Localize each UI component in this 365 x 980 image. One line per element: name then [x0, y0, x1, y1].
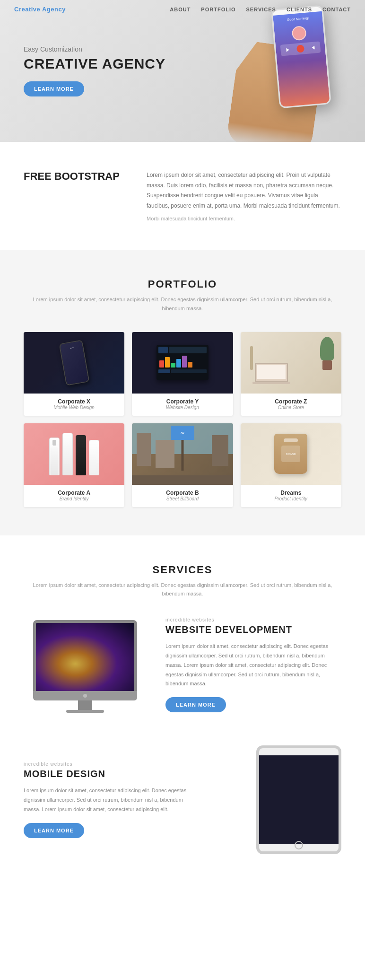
portfolio-info-5: Corporate B Street Billboard: [132, 485, 233, 507]
portfolio-type-1: Mobile Web Design: [29, 405, 119, 410]
imac-device: [28, 620, 142, 710]
portfolio-header: PORTFOLIO Lorem ipsum dolor sit amet, co…: [24, 278, 341, 313]
portfolio-type-2: Website Design: [138, 405, 227, 410]
hero-section: Easy Customization CREATIVE AGENCY LEARN…: [0, 0, 365, 142]
portfolio-item-2[interactable]: Corporate Y Website Design: [132, 332, 233, 416]
service-img-container-2: [218, 745, 341, 854]
portfolio-title: PORTFOLIO: [24, 278, 341, 290]
service-label-2: incredible websites: [24, 761, 200, 767]
corp-x-phone-icon: ☁ ❄: [59, 340, 89, 385]
portfolio-info-1: Corporate X Mobile Web Design: [24, 394, 124, 416]
portfolio-img-6: BRAND: [241, 423, 341, 485]
phone-avatar: [291, 26, 307, 41]
portfolio-name-4: Corporate A: [29, 490, 119, 496]
nav-services[interactable]: SERVICES: [246, 7, 276, 12]
service-content-1: incredible websites WEBSITE DEVELOPMENT …: [165, 617, 341, 712]
imac-chin: [33, 691, 137, 700]
portfolio-img-3: [241, 332, 341, 394]
corp-a-bottles-icon: [44, 428, 104, 480]
portfolio-type-6: Product Identity: [246, 496, 336, 501]
service-cta-button-2[interactable]: LEARN MORE: [24, 823, 84, 838]
portfolio-type-3: Online Store: [246, 405, 336, 410]
portfolio-name-6: Dreams: [246, 490, 336, 496]
portfolio-name-3: Corporate Z: [246, 398, 336, 405]
portfolio-img-2: [132, 332, 233, 394]
services-title: SERVICES: [24, 564, 341, 576]
portfolio-grid: ☁ ❄ Corporate X Mobile Web Design: [24, 332, 341, 507]
next-icon: [311, 45, 315, 50]
hero-content: Easy Customization CREATIVE AGENCY LEARN…: [0, 45, 165, 96]
bootstrap-text: Lorem ipsum dolor sit amet, consectetur …: [147, 170, 341, 211]
portfolio-type-4: Brand Identity: [29, 496, 119, 501]
imac-base: [66, 710, 104, 713]
service-title-2: MOBILE DESIGN: [24, 769, 200, 779]
portfolio-info-2: Corporate Y Website Design: [132, 394, 233, 416]
phone-screen: Good Morning!: [273, 11, 330, 109]
portfolio-img-5: AD: [132, 423, 233, 485]
bootstrap-section: FREE BOOTSTRAP Lorem ipsum dolor sit ame…: [0, 142, 365, 250]
imac-body: [28, 620, 142, 713]
navbar: Creative Agency ABOUT PORTFOLIO SERVICES…: [0, 0, 365, 18]
corp-z-desk-icon: [241, 332, 341, 394]
service-text-1: Lorem ipsum dolor sit amet, consectetur …: [165, 642, 341, 689]
service-block-1: incredible websites WEBSITE DEVELOPMENT …: [24, 617, 341, 712]
ipad-device: [256, 745, 341, 854]
hero-cta-button[interactable]: LEARN MORE: [24, 81, 84, 96]
phone-device: Good Morning!: [271, 5, 331, 109]
imac-screen: [33, 620, 137, 691]
portfolio-item-3[interactable]: Corporate Z Online Store: [241, 332, 341, 416]
portfolio-desc: Lorem ipsum dolor sit amet, consectetur …: [24, 295, 341, 313]
nav-portfolio[interactable]: PORTFOLIO: [201, 7, 235, 12]
portfolio-name-2: Corporate Y: [138, 398, 227, 405]
service-content-2: incredible websites MOBILE DESIGN Lorem …: [24, 761, 200, 838]
portfolio-item-4[interactable]: Corporate A Brand Identity: [24, 423, 124, 507]
nav-logo[interactable]: Creative Agency: [14, 6, 66, 13]
services-header: SERVICES Lorem ipsum dolor sit amet, con…: [24, 564, 341, 598]
portfolio-name-5: Corporate B: [138, 490, 227, 496]
services-desc: Lorem ipsum dolor sit amet, consectetur …: [24, 581, 341, 598]
imac-camera: [83, 694, 87, 698]
service-label-1: incredible websites: [165, 617, 341, 622]
play-icon: [296, 44, 304, 52]
nav-contact[interactable]: CONTACT: [322, 7, 351, 12]
corp-b-street-icon: AD: [132, 423, 233, 485]
portfolio-info-6: Dreams Product Identity: [241, 485, 341, 507]
portfolio-info-4: Corporate A Brand Identity: [24, 485, 124, 507]
portfolio-item-5[interactable]: AD Corporate B Street Billboard: [132, 423, 233, 507]
ipad-screen: [259, 755, 339, 844]
portfolio-img-1: ☁ ❄: [24, 332, 124, 394]
nav-links: ABOUT PORTFOLIO SERVICES CLIENTS CONTACT: [170, 7, 351, 12]
corp-y-dashboard-icon: [156, 345, 209, 380]
bootstrap-title: FREE BOOTSTRAP: [24, 170, 118, 183]
services-section: SERVICES Lorem ipsum dolor sit amet, con…: [0, 535, 365, 883]
portfolio-type-5: Street Billboard: [138, 496, 227, 501]
imac-display: [36, 623, 134, 691]
imac-stand: [78, 700, 92, 710]
portfolio-item-6[interactable]: BRAND Dreams Product Identity: [241, 423, 341, 507]
service-title-1: WEBSITE DEVELOPMENT: [165, 624, 341, 635]
bootstrap-sub: Morbi malesuada tincidunt fermentum.: [147, 216, 341, 221]
portfolio-item-1[interactable]: ☁ ❄ Corporate X Mobile Web Design: [24, 332, 124, 416]
prev-icon: [286, 48, 290, 52]
bootstrap-body: Lorem ipsum dolor sit amet, consectetur …: [147, 170, 341, 221]
portfolio-img-4: [24, 423, 124, 485]
nav-clients[interactable]: CLIENTS: [287, 7, 312, 12]
portfolio-name-1: Corporate X: [29, 398, 119, 405]
portfolio-section: PORTFOLIO Lorem ipsum dolor sit amet, co…: [0, 250, 365, 535]
portfolio-info-3: Corporate Z Online Store: [241, 394, 341, 416]
service-text-2: Lorem ipsum dolor sit amet, consectetur …: [24, 786, 200, 814]
service-cta-button-1[interactable]: LEARN MORE: [165, 697, 226, 712]
hero-title: CREATIVE AGENCY: [24, 56, 165, 72]
service-img-container-1: [24, 620, 147, 710]
service-block-2: incredible websites MOBILE DESIGN Lorem …: [24, 745, 341, 854]
phone-controls: [280, 41, 321, 56]
nav-about[interactable]: ABOUT: [170, 7, 191, 12]
hero-subtitle: Easy Customization: [24, 45, 165, 53]
dreams-product-icon: BRAND: [274, 423, 307, 485]
ipad-home-button: [295, 841, 303, 849]
hero-phone-mockup: Good Morning!: [275, 7, 327, 106]
